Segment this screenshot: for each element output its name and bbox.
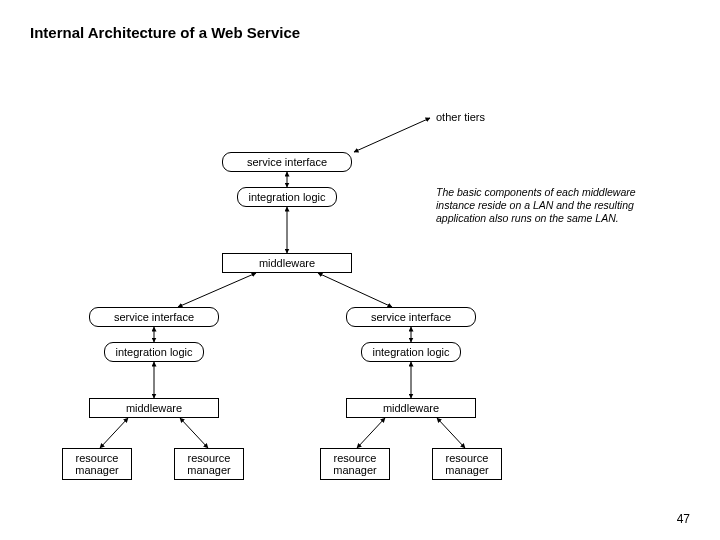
box-integration-logic-right: integration logic — [361, 342, 461, 362]
svg-line-11 — [357, 418, 385, 448]
slide-title: Internal Architecture of a Web Service — [30, 24, 300, 41]
svg-line-7 — [100, 418, 128, 448]
box-resource-manager-rr: resource manager — [432, 448, 502, 480]
box-resource-manager-lr: resource manager — [174, 448, 244, 480]
annotation-note: The basic components of each middleware … — [436, 186, 666, 225]
box-service-interface-left: service interface — [89, 307, 219, 327]
box-middleware-right: middleware — [346, 398, 476, 418]
box-middleware-center: middleware — [222, 253, 352, 273]
svg-line-0 — [354, 118, 430, 152]
svg-line-12 — [437, 418, 465, 448]
svg-line-8 — [180, 418, 208, 448]
box-integration-logic-top: integration logic — [237, 187, 337, 207]
svg-line-3 — [178, 273, 256, 307]
box-service-interface-top: service interface — [222, 152, 352, 172]
box-service-interface-right: service interface — [346, 307, 476, 327]
svg-line-4 — [318, 273, 392, 307]
box-middleware-left: middleware — [89, 398, 219, 418]
box-integration-logic-left: integration logic — [104, 342, 204, 362]
box-resource-manager-ll: resource manager — [62, 448, 132, 480]
box-resource-manager-rl: resource manager — [320, 448, 390, 480]
page-number: 47 — [677, 512, 690, 526]
label-other-tiers: other tiers — [436, 111, 485, 123]
